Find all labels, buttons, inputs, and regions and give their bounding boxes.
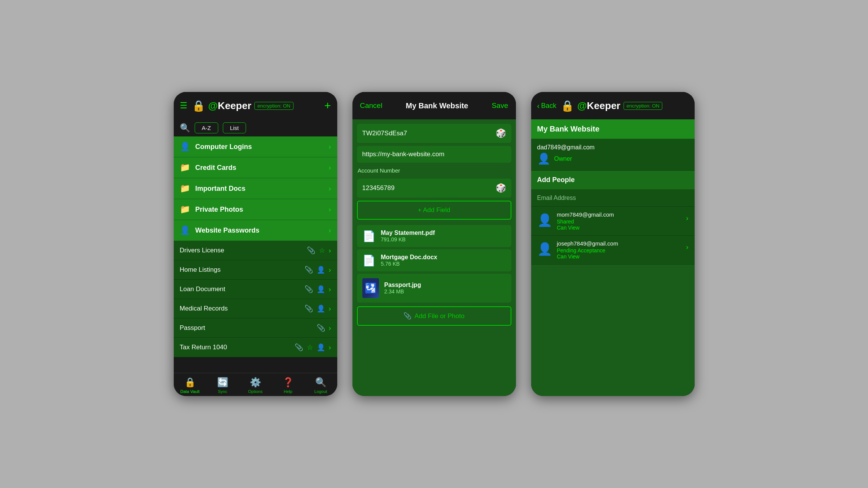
menu-icon[interactable]: ☰ — [180, 101, 187, 111]
attach-icon: 📎 — [317, 324, 325, 332]
file-size: 5.76 KB — [381, 261, 437, 267]
list-item-drivers-license[interactable]: Drivers License 📎 ☆ › — [174, 241, 337, 260]
account-number-field[interactable]: 123456789 🎲 — [357, 179, 511, 198]
item-label: Medical Records — [180, 305, 305, 312]
tab-options[interactable]: ⚙️ Options — [239, 373, 272, 396]
list-item-loan-document[interactable]: Loan Document 📎 👤 › — [174, 280, 337, 299]
password-value: TW2i07SdEsa7 — [362, 130, 496, 137]
category-private-photos[interactable]: 📁 Private Photos › — [174, 199, 337, 220]
lock-icon: 🔒 — [192, 100, 205, 112]
add-field-button[interactable]: + Add Field — [357, 201, 511, 220]
chevron-right-icon: › — [329, 143, 331, 151]
encryption-badge: encryption: ON — [254, 102, 294, 110]
add-file-label: Add File or Photo — [414, 312, 464, 320]
cancel-button[interactable]: Cancel — [360, 101, 382, 110]
item-label: Loan Document — [180, 285, 305, 293]
encryption-badge: encryption: ON — [624, 102, 663, 110]
file-info: Passport.jpg 2.34 MB — [384, 282, 421, 295]
password-field[interactable]: TW2i07SdEsa7 🎲 — [357, 124, 511, 143]
dice-icon[interactable]: 🎲 — [496, 183, 506, 193]
item-label: Passport — [180, 324, 317, 332]
file-name: Mortgage Doc.docx — [381, 254, 437, 261]
item-icons: 📎 — [317, 324, 325, 332]
file-item-may-statement[interactable]: 📄 May Statement.pdf 791.09 KB — [357, 225, 511, 247]
list-item-passport[interactable]: Passport 📎 › — [174, 318, 337, 338]
sort-az-button[interactable]: A-Z — [195, 122, 218, 133]
url-field[interactable]: https://my-bank-website.com — [357, 146, 511, 163]
search-icon[interactable]: 🔍 — [180, 123, 190, 133]
shared-person-mom[interactable]: 👤 mom7849@gmail.com Shared Can View › — [531, 207, 695, 236]
lock-icon: 🔒 — [561, 100, 574, 112]
attach-icon: 📎 — [295, 343, 303, 352]
left-header: ☰ 🔒 @Keeper encryption: ON + — [174, 92, 337, 119]
chevron-right-icon: › — [329, 247, 331, 255]
owner-email: dad7849@gmail.com — [537, 144, 689, 151]
search-row: 🔍 A-Z List — [174, 119, 337, 136]
chevron-right-icon: › — [329, 266, 331, 274]
app-name: @Keeper — [208, 100, 252, 112]
item-label: Home Listings — [180, 266, 305, 274]
category-important-docs[interactable]: 📁 Important Docs › — [174, 178, 337, 199]
options-icon: ⚙️ — [250, 377, 261, 388]
tab-label: Help — [284, 389, 292, 394]
passport-thumbnail: 🛂 — [362, 278, 379, 298]
list-item-tax-return[interactable]: Tax Return 1040 📎 ☆ 👤 › — [174, 338, 337, 357]
file-size: 2.34 MB — [384, 288, 421, 295]
add-people-label: Add People — [537, 176, 575, 184]
chevron-right-icon: › — [329, 227, 331, 234]
shared-person-joseph[interactable]: 👤 joseph7849@gmail.com Pending Acceptanc… — [531, 236, 695, 265]
file-item-mortgage-doc[interactable]: 📄 Mortgage Doc.docx 5.76 KB — [357, 249, 511, 271]
tab-logout[interactable]: 🔍 Logout — [305, 373, 337, 396]
doc-icon: 📄 — [362, 230, 376, 242]
file-item-passport[interactable]: 🛂 Passport.jpg 2.34 MB — [357, 274, 511, 303]
category-website-passwords[interactable]: 👤 Website Passwords › — [174, 220, 337, 241]
file-info: May Statement.pdf 791.09 KB — [381, 230, 435, 242]
paperclip-icon: 📎 — [403, 312, 411, 320]
dice-icon[interactable]: 🎲 — [496, 128, 506, 138]
add-button[interactable]: + — [324, 99, 331, 112]
chevron-right-icon: › — [329, 285, 331, 293]
category-computer-logins[interactable]: 👤 Computer Logins › — [174, 136, 337, 157]
computer-logins-icon: 👤 — [180, 142, 190, 152]
doc-icon: 📄 — [362, 254, 376, 267]
category-credit-cards[interactable]: 📁 Credit Cards › — [174, 157, 337, 178]
tab-help[interactable]: ❓ Help — [272, 373, 305, 396]
right-header: ‹ Back 🔒 @Keeper encryption: ON — [531, 92, 695, 119]
list-button[interactable]: List — [223, 122, 246, 133]
owner-role: Owner — [554, 155, 572, 162]
owner-avatar-icon: 👤 — [537, 152, 551, 165]
chevron-right-icon: › — [329, 344, 331, 352]
person-icon: 👤 — [317, 266, 325, 274]
shared-avatar-icon: 👤 — [537, 213, 552, 227]
add-file-button[interactable]: 📎 Add File or Photo — [357, 306, 511, 326]
tab-label: Data Vault — [180, 389, 200, 394]
shared-status: Pending Acceptance — [557, 247, 682, 254]
owner-row: 👤 Owner — [537, 152, 689, 165]
tab-data-vault[interactable]: 🔒 Data Vault — [174, 373, 206, 396]
list-item-medical-records[interactable]: Medical Records 📎 👤 › — [174, 299, 337, 318]
url-value: https://my-bank-website.com — [362, 151, 506, 158]
app-name: @Keeper — [577, 100, 620, 112]
data-vault-icon: 🔒 — [184, 377, 196, 388]
right-title: My Bank Website — [531, 119, 695, 139]
email-input-row[interactable]: Email Address — [531, 190, 695, 207]
list-item-home-listings[interactable]: Home Listings 📎 👤 › — [174, 260, 337, 280]
attach-icon: 📎 — [305, 266, 313, 274]
category-label: Credit Cards — [195, 164, 329, 172]
back-label: Back — [541, 102, 556, 110]
tab-sync[interactable]: 🔄 Sync — [206, 373, 239, 396]
file-info: Mortgage Doc.docx 5.76 KB — [381, 254, 437, 267]
email-placeholder: Email Address — [537, 195, 576, 201]
chevron-right-icon: › — [329, 185, 331, 193]
save-button[interactable]: Save — [492, 101, 508, 110]
tab-label: Options — [248, 389, 263, 394]
file-name: Passport.jpg — [384, 282, 421, 288]
person-icon: 👤 — [317, 285, 325, 293]
chevron-right-icon: › — [329, 305, 331, 313]
back-button[interactable]: ‹ Back — [537, 101, 557, 110]
item-icons: 📎 👤 — [305, 285, 325, 293]
important-docs-icon: 📁 — [180, 184, 190, 193]
category-label: Computer Logins — [195, 143, 329, 151]
file-size: 791.09 KB — [381, 236, 435, 242]
chevron-left-icon: ‹ — [537, 101, 540, 110]
